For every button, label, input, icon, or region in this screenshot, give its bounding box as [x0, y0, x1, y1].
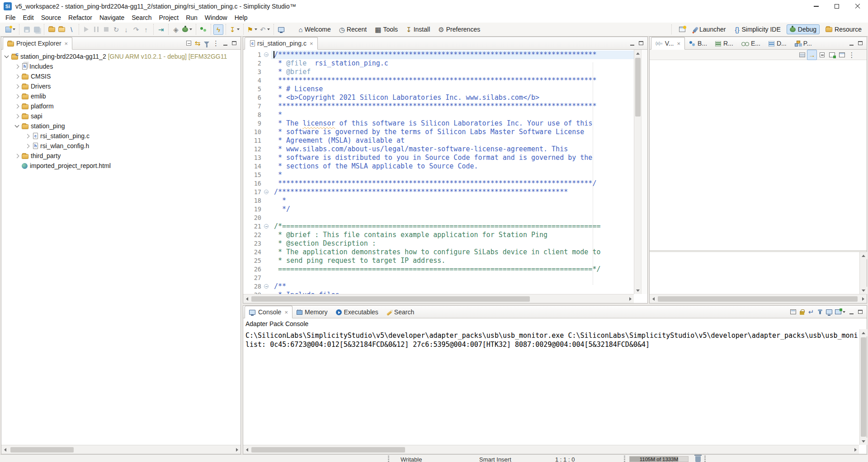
close-editor-icon[interactable]: × — [310, 40, 313, 47]
menu-help[interactable]: Help — [231, 13, 251, 22]
show-type-names-button[interactable] — [797, 50, 807, 60]
scroll-right-button[interactable] — [233, 446, 241, 453]
code-editor[interactable]: 1/**************************************… — [243, 50, 647, 294]
welcome-button[interactable]: ⌂Welcome — [299, 26, 331, 33]
dropdown-arrow-icon[interactable] — [13, 28, 15, 30]
tab-memory[interactable]: Memory — [292, 306, 332, 318]
install-button[interactable]: ↧Install — [406, 26, 430, 33]
variables-tree-area[interactable] — [650, 60, 867, 250]
tab-breakpoints[interactable]: B... — [685, 37, 711, 49]
preferences-button[interactable]: ⚙Preferences — [438, 26, 480, 33]
minimize-window-button[interactable] — [806, 0, 826, 13]
tab-search[interactable]: Search — [382, 306, 418, 318]
tab-project-explorer[interactable]: Project Explorer × — [3, 37, 72, 50]
tab-variables[interactable]: (x)=V...× — [651, 37, 685, 50]
dropdown-arrow-icon[interactable] — [843, 311, 845, 313]
maximize-window-button[interactable] — [826, 0, 847, 13]
minimize-button[interactable] — [847, 308, 856, 317]
tab-expressions[interactable]: E... — [737, 37, 764, 49]
menu-navigate[interactable]: Navigate — [96, 13, 128, 22]
close-window-button[interactable] — [847, 0, 868, 13]
scrollbar-thumb[interactable] — [251, 296, 530, 302]
step-return-button[interactable]: ↑ — [141, 24, 151, 35]
tree-item-rsi-station-ping-c[interactable]: rsi_station_ping.c — [1, 131, 241, 141]
close-view-icon[interactable]: × — [284, 309, 288, 316]
run-last-tool-button[interactable]: ⚑ — [246, 24, 259, 35]
display-selected-console-button[interactable] — [825, 308, 834, 317]
word-wrap-button[interactable]: ↵ — [807, 308, 816, 317]
view-menu-button[interactable]: ⋮ — [847, 50, 857, 60]
scrollbar-thumb[interactable] — [251, 447, 405, 453]
perspective-launcher[interactable]: Launcher — [691, 24, 729, 34]
expand-arrow-icon[interactable] — [15, 104, 19, 108]
perspective-simplicity-ide[interactable]: {}Simplicity IDE — [731, 24, 783, 34]
filter-button[interactable] — [202, 39, 211, 48]
fold-collapse-icon[interactable] — [264, 190, 269, 194]
save-all-button[interactable] — [32, 24, 42, 35]
debug-configurations-button[interactable] — [181, 24, 193, 35]
terminate-and-relaunch-button[interactable]: ↻ — [111, 24, 121, 35]
tree-item-cmsis[interactable]: CMSIS — [1, 71, 241, 81]
close-view-icon[interactable]: × — [677, 40, 680, 47]
expand-arrow-icon[interactable] — [15, 84, 19, 89]
dropdown-arrow-icon[interactable] — [189, 28, 192, 30]
maximize-view-button[interactable] — [637, 39, 646, 48]
menu-search[interactable]: Search — [128, 13, 155, 22]
scroll-left-button[interactable] — [243, 295, 250, 303]
tab-registers[interactable]: R... — [711, 37, 737, 49]
fold-collapse-icon[interactable] — [264, 224, 269, 229]
scrollbar-thumb[interactable] — [658, 296, 858, 302]
scroll-left-button[interactable] — [650, 295, 657, 303]
fold-collapse-icon[interactable] — [264, 52, 269, 57]
profile-button[interactable]: ◈ — [171, 24, 181, 35]
tab-editor-rsi-station-ping[interactable]: rsi_station_ping.c × — [245, 37, 318, 50]
minimize-view-button[interactable] — [627, 39, 637, 48]
maximize-button[interactable] — [856, 308, 865, 317]
tree-item-platform[interactable]: platform — [1, 101, 241, 111]
menu-refactor[interactable]: Refactor — [65, 13, 96, 22]
tab-peripherals[interactable]: P... — [791, 37, 816, 49]
flash-programmer-button[interactable]: ϟ — [213, 24, 223, 35]
maximize-button[interactable] — [856, 39, 865, 48]
tree-item-station-ping[interactable]: station_ping — [1, 121, 241, 131]
download-button[interactable]: ↧ — [228, 24, 241, 35]
scroll-left-button[interactable] — [243, 446, 250, 453]
tree-item-drivers[interactable]: Drivers — [1, 81, 241, 91]
collapse-all-button[interactable] — [817, 50, 827, 60]
tree-item-sapi[interactable]: sapi — [1, 111, 241, 121]
recent-button[interactable]: ◷Recent — [339, 26, 367, 33]
tab-executables[interactable]: Executables — [332, 306, 382, 318]
pin-view-button[interactable] — [837, 50, 847, 60]
expand-arrow-icon[interactable] — [15, 74, 19, 79]
close-view-icon[interactable]: × — [65, 40, 68, 47]
scrollbar-thumb[interactable] — [861, 337, 866, 437]
open-console-button[interactable] — [834, 308, 847, 317]
menu-window[interactable]: Window — [201, 13, 231, 22]
new-view-button[interactable] — [827, 50, 837, 60]
launch-history-button[interactable] — [198, 24, 208, 35]
perspective-open-perspective[interactable] — [676, 25, 689, 33]
link-with-editor-button[interactable]: ⇆ — [193, 39, 202, 48]
maximize-button[interactable] — [230, 39, 239, 48]
tab-disassembly[interactable]: D... — [764, 37, 791, 49]
console-output[interactable]: C:\SiliconLabs\SimplicityStudio\v5\devel… — [245, 331, 858, 444]
build-all-button[interactable] — [57, 24, 66, 35]
dropdown-arrow-icon[interactable] — [255, 28, 257, 30]
expand-arrow-icon[interactable] — [15, 94, 19, 98]
menu-file[interactable]: File — [2, 13, 19, 22]
scrollbar-thumb[interactable] — [10, 447, 74, 453]
scroll-up-button[interactable] — [634, 50, 642, 57]
expand-arrow-icon[interactable] — [15, 64, 19, 69]
suspend-button[interactable] — [91, 24, 101, 35]
tree-item-third-party[interactable]: third_party — [1, 151, 241, 161]
collapse-arrow-icon[interactable] — [15, 123, 19, 128]
minimize-button[interactable] — [221, 39, 230, 48]
scroll-down-button[interactable] — [860, 287, 867, 294]
new-wizard-button[interactable] — [4, 24, 17, 35]
editor-hscrollbar[interactable] — [243, 294, 634, 303]
scroll-down-button[interactable] — [860, 438, 867, 445]
fold-collapse-icon[interactable] — [264, 284, 269, 289]
scroll-left-button[interactable] — [1, 446, 9, 453]
tools-button[interactable]: ▦Tools — [375, 26, 398, 33]
console-vscrollbar[interactable] — [859, 329, 867, 445]
